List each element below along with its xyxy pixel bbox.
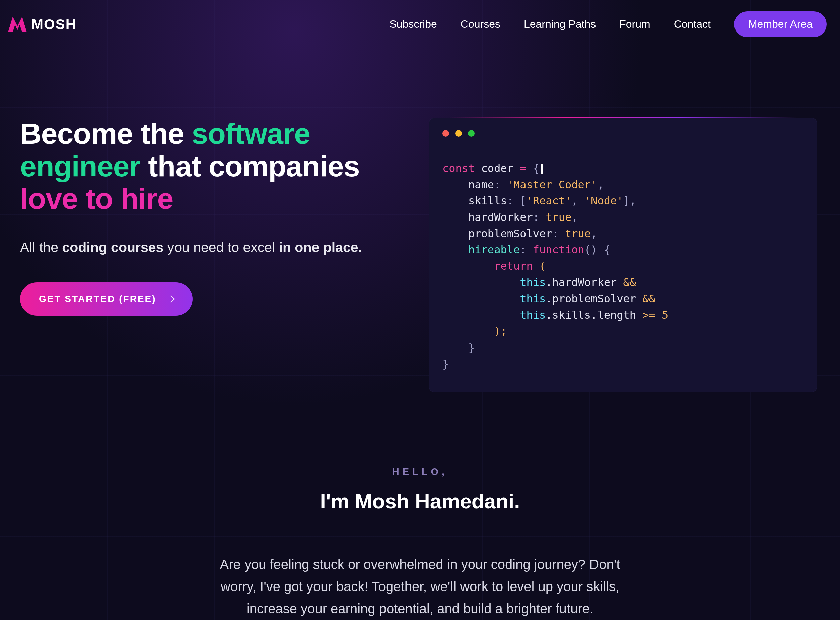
nav: Subscribe Courses Learning Paths Forum C…: [389, 11, 826, 37]
code-token: (): [585, 243, 597, 256]
code-token: ,: [572, 211, 578, 224]
code-token: ,: [630, 194, 636, 207]
code-token: 'Master Coder': [500, 178, 597, 191]
cursor-icon: [541, 164, 543, 174]
intro-section: HELLO, I'm Mosh Hamedani. Are you feelin…: [0, 466, 840, 620]
code-token: problemSolver: [442, 227, 552, 240]
code-token: ,: [572, 194, 578, 207]
code-token: hardWorker: [442, 211, 533, 224]
code-token: }: [442, 341, 475, 354]
headline: Become the software engineer that compan…: [20, 117, 402, 215]
code-token: .skills.length: [546, 308, 642, 321]
code-token: [: [513, 194, 526, 207]
logo[interactable]: MOSH: [8, 17, 76, 33]
subhead-part: you need to excel: [164, 239, 279, 255]
get-started-button[interactable]: GET STARTED (FREE): [20, 282, 193, 316]
code-token: ,: [597, 178, 603, 191]
code-token: ,: [591, 227, 597, 240]
nav-courses[interactable]: Courses: [460, 18, 500, 30]
code-token: [442, 292, 520, 305]
code-token: :: [507, 194, 513, 207]
code-token: );: [442, 325, 507, 337]
subhead-bold: coding courses: [62, 239, 164, 255]
arrow-right-icon: [162, 296, 174, 302]
code-token: =: [520, 162, 526, 175]
hero-left: Become the software engineer that compan…: [20, 117, 402, 393]
member-area-button[interactable]: Member Area: [734, 11, 826, 37]
hero-right: const coder = { name: 'Master Coder', sk…: [429, 117, 820, 393]
code-token: ]: [623, 194, 629, 207]
code-token: this: [520, 292, 546, 305]
subheadline: All the coding courses you need to excel…: [20, 239, 402, 255]
code-token: 'React': [526, 194, 572, 207]
header: MOSH Subscribe Courses Learning Paths Fo…: [0, 0, 840, 37]
headline-part: Become the: [20, 117, 192, 150]
code-token: [442, 260, 494, 272]
logo-icon: [8, 17, 27, 32]
intro-body: Are you feeling stuck or overwhelmed in …: [212, 553, 628, 620]
code-editor: const coder = { name: 'Master Coder', sk…: [429, 117, 817, 393]
subhead-bold: in one place.: [279, 239, 362, 255]
code-token: 5: [656, 308, 669, 321]
code-token: hireable: [442, 243, 520, 256]
code-token: 'Node': [578, 194, 623, 207]
code-token: &&: [623, 276, 636, 289]
maximize-icon: [468, 130, 475, 137]
code-token: this: [520, 276, 546, 289]
code-token: name: [442, 178, 494, 191]
code-token: :: [494, 178, 500, 191]
code-token: &&: [642, 292, 656, 305]
headline-highlight-pink: love to hire: [20, 182, 173, 215]
code-token: :: [533, 211, 539, 224]
code-token: {: [526, 162, 539, 175]
minimize-icon: [455, 130, 462, 137]
code-token: [442, 308, 520, 321]
window-controls: [442, 130, 804, 137]
eyebrow: HELLO,: [0, 466, 840, 477]
hero: Become the software engineer that compan…: [0, 37, 840, 393]
subhead-part: All the: [20, 239, 62, 255]
nav-learning-paths[interactable]: Learning Paths: [524, 18, 596, 30]
code-token: .problemSolver: [546, 292, 642, 305]
nav-subscribe[interactable]: Subscribe: [389, 18, 437, 30]
code-token: coder: [475, 162, 520, 175]
code-token: this: [520, 308, 546, 321]
nav-contact[interactable]: Contact: [674, 18, 711, 30]
code-token: }: [442, 358, 449, 370]
code-token: const: [442, 162, 475, 175]
code-token: skills: [442, 194, 507, 207]
nav-forum[interactable]: Forum: [619, 18, 650, 30]
code-token: [442, 276, 520, 289]
code-token: return: [494, 260, 533, 272]
code-token: (: [533, 260, 546, 272]
code-token: function: [526, 243, 584, 256]
code-token: true: [539, 211, 572, 224]
code-block: const coder = { name: 'Master Coder', sk…: [442, 160, 804, 372]
code-token: .hardWorker: [546, 276, 623, 289]
code-token: :: [552, 227, 559, 240]
code-token: :: [520, 243, 526, 256]
code-token: {: [597, 243, 610, 256]
code-token: >=: [642, 308, 656, 321]
close-icon: [442, 130, 449, 137]
logo-text: MOSH: [32, 17, 76, 33]
headline-part: that companies: [140, 149, 360, 183]
intro-title: I'm Mosh Hamedani.: [0, 489, 840, 513]
cta-label: GET STARTED (FREE): [39, 293, 156, 304]
code-token: true: [559, 227, 591, 240]
